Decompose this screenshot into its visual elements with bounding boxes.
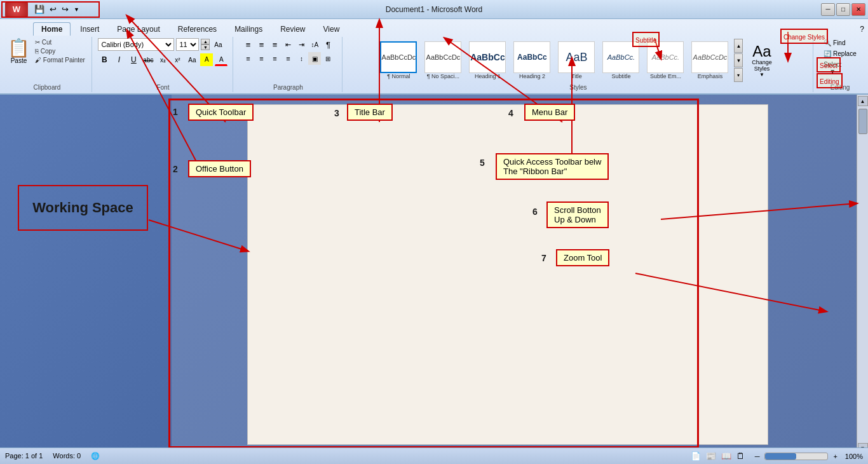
style-normal[interactable]: AaBbCcDc ¶ Normal	[377, 38, 420, 83]
line-spacing-btn[interactable]: ↕	[295, 52, 308, 65]
underline-button[interactable]: U	[127, 53, 140, 66]
font-size-decrease[interactable]: ▼	[201, 44, 210, 50]
view-outline-btn[interactable]: 🗒	[736, 451, 745, 461]
clipboard-group: 📋 Paste ✂ Cut ⎘ Copy 🖌 Format Painter Cl…	[3, 37, 92, 92]
style-scroll-buttons: ▲ ▼ ▾	[734, 39, 743, 82]
tab-insert[interactable]: Insert	[72, 22, 107, 36]
change-styles-button[interactable]: Aa Change Styles ▼	[744, 41, 779, 80]
clipboard-small-buttons: ✂ Cut ⎘ Copy 🖌 Format Painter	[32, 38, 88, 64]
right-scrollbar[interactable]: ▲ ▼	[857, 95, 868, 454]
shading-btn[interactable]: ▣	[308, 52, 321, 65]
list-buttons: ≡ ≡ ≡ ⇤ ⇥ ↕A ¶	[241, 38, 334, 51]
zoom-in-btn[interactable]: +	[833, 453, 837, 460]
word-count: Words: 0	[53, 452, 81, 460]
style-title[interactable]: AaB Title	[555, 38, 598, 83]
page-info: Page: 1 of 1	[5, 452, 43, 460]
increase-indent-btn[interactable]: ⇥	[295, 38, 308, 51]
zoom-out-btn[interactable]: ─	[755, 453, 760, 460]
tab-references[interactable]: References	[170, 22, 225, 36]
status-bar: Page: 1 of 1 Words: 0 🌐 📄 📰 📖 🗒 ─ + 100%	[0, 447, 868, 464]
font-size-increase[interactable]: ▲	[201, 39, 210, 44]
view-normal-btn[interactable]: 📄	[691, 451, 701, 461]
italic-button[interactable]: I	[112, 53, 125, 66]
bullet-list-btn[interactable]: ≡	[241, 38, 254, 51]
tab-review[interactable]: Review	[272, 22, 313, 36]
status-right: 📄 📰 📖 🗒 ─ + 100%	[691, 451, 863, 461]
ribbon-content: 📋 Paste ✂ Cut ⎘ Copy 🖌 Format Painter Cl…	[0, 36, 868, 93]
style-subtle-emphasis[interactable]: AaBbCc. Subtle Em...	[644, 38, 687, 83]
align-right-btn[interactable]: ≡	[268, 52, 281, 65]
bold-button[interactable]: B	[98, 53, 111, 66]
numbered-list-btn[interactable]: ≡	[255, 38, 268, 51]
select-button[interactable]: Select▼	[821, 60, 844, 76]
tab-mailings[interactable]: Mailings	[226, 22, 271, 36]
format-painter-button[interactable]: 🖌 Format Painter	[32, 56, 88, 64]
zoom-bar[interactable]	[764, 453, 828, 460]
view-layout-btn[interactable]: 📰	[706, 451, 716, 461]
style-subtitle[interactable]: AaBbCc. Subtitle	[599, 38, 642, 83]
tab-view[interactable]: View	[315, 22, 348, 36]
cut-button[interactable]: ✂ Cut	[32, 38, 88, 46]
style-scroll-down[interactable]: ▼	[734, 53, 743, 67]
style-scroll-up[interactable]: ▲	[734, 39, 743, 53]
tab-page-layout[interactable]: Page Layout	[109, 22, 168, 36]
redo-quick-btn[interactable]: ↪	[60, 3, 70, 15]
style-heading2[interactable]: AaBbCc Heading 2	[510, 38, 553, 83]
font-color-button[interactable]: A	[215, 53, 227, 66]
title-bar: W 💾 ↩ ↪ ▼ Document1 - Microsoft Word ─ □…	[0, 0, 868, 19]
style-emphasis[interactable]: AaBbCcDc Emphasis	[688, 38, 731, 83]
find-button[interactable]: 🔍 Find	[821, 38, 848, 48]
style-no-spacing[interactable]: AaBbCcDc ¶ No Spaci...	[421, 38, 465, 83]
view-reading-btn[interactable]: 📖	[721, 451, 731, 461]
align-left-btn[interactable]: ≡	[241, 52, 254, 65]
scroll-thumb[interactable]	[858, 109, 867, 134]
styles-gallery: AaBbCcDc ¶ Normal AaBbCcDc ¶ No Spaci...…	[377, 38, 731, 83]
borders-btn[interactable]: ⊞	[322, 52, 334, 65]
clear-formatting-btn[interactable]: Aa	[212, 38, 224, 51]
replace-button[interactable]: 🔄 Replace	[821, 49, 858, 58]
sort-btn[interactable]: ↕A	[308, 38, 321, 51]
language-icon: 🌐	[91, 452, 100, 460]
copy-button[interactable]: ⎘ Copy	[32, 47, 88, 55]
show-formatting-btn[interactable]: ¶	[322, 38, 334, 51]
zoom-fill	[765, 453, 796, 460]
quick-access-toolbar: W 💾 ↩ ↪ ▼	[0, 1, 81, 18]
font-group: Calibri (Body) 11 ▲ ▼ Aa B I U abc	[93, 37, 233, 92]
style-heading1[interactable]: AaBbCc Heading 1	[466, 38, 509, 83]
decrease-indent-btn[interactable]: ⇤	[281, 38, 294, 51]
styles-group: AaBbCcDc ¶ Normal AaBbCcDc ¶ No Spaci...…	[344, 37, 813, 92]
paste-button[interactable]: 📋 Paste	[6, 38, 31, 65]
superscript-button[interactable]: x²	[171, 53, 184, 66]
style-expand[interactable]: ▾	[734, 68, 743, 82]
font-family-select[interactable]: Calibri (Body)	[98, 38, 174, 51]
subscript-button[interactable]: x₂	[156, 53, 169, 66]
scroll-up-btn[interactable]: ▲	[858, 96, 868, 106]
zoom-level: 100%	[845, 453, 863, 460]
document-page[interactable]	[247, 104, 768, 445]
paragraph-group: ≡ ≡ ≡ ⇤ ⇥ ↕A ¶ ≡ ≡ ≡ ≡ ↕ ▣ ⊞ P	[234, 37, 342, 92]
multilevel-list-btn[interactable]: ≡	[268, 38, 281, 51]
ribbon-helper[interactable]: ?	[856, 23, 868, 36]
align-center-btn[interactable]: ≡	[255, 52, 268, 65]
save-quick-btn[interactable]: 💾	[33, 3, 46, 15]
strikethrough-button[interactable]: abc	[142, 53, 154, 66]
text-effects-button[interactable]: Aa	[186, 53, 198, 66]
alignment-buttons: ≡ ≡ ≡ ≡ ↕ ▣ ⊞	[241, 52, 334, 65]
quick-access-dropdown[interactable]: ▼	[72, 5, 81, 14]
undo-quick-btn[interactable]: ↩	[48, 3, 58, 15]
office-button[interactable]: W	[5, 1, 28, 18]
tab-home[interactable]: Home	[33, 22, 71, 36]
font-size-arrows: ▲ ▼	[201, 39, 210, 50]
document-area[interactable]	[172, 95, 857, 454]
main-area: ▲ ▼	[0, 95, 868, 454]
ribbon: Home Insert Page Layout References Maili…	[0, 19, 868, 95]
maximize-btn[interactable]: □	[836, 3, 850, 16]
font-format-row: B I U abc x₂ x² Aa A A	[98, 53, 227, 66]
justify-btn[interactable]: ≡	[281, 52, 294, 65]
close-btn[interactable]: ✕	[851, 3, 865, 16]
minimize-btn[interactable]: ─	[821, 3, 835, 16]
font-name-row: Calibri (Body) 11 ▲ ▼ Aa	[98, 38, 224, 51]
editing-group: 🔍 Find 🔄 Replace Select▼ Editing	[815, 37, 865, 92]
font-size-select[interactable]: 11	[176, 38, 199, 51]
highlight-button[interactable]: A	[200, 53, 213, 66]
